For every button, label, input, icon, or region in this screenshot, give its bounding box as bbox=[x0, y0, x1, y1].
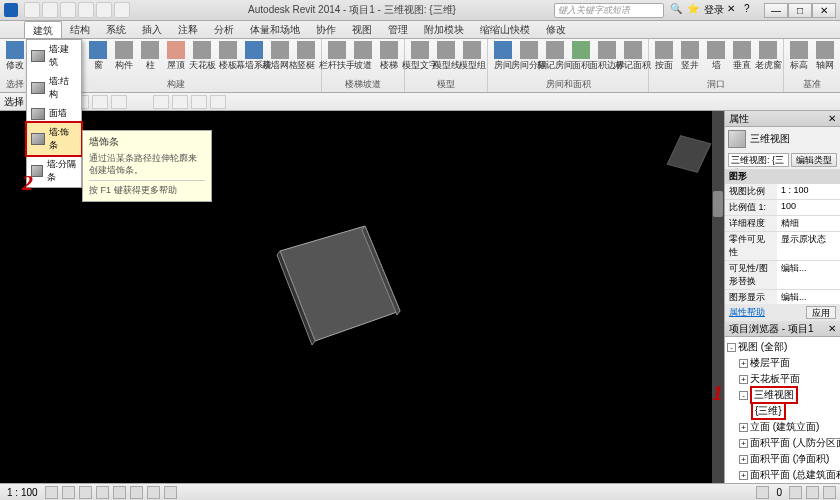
type-selector[interactable]: 三维视图: {三维} bbox=[728, 153, 789, 167]
tab-7[interactable]: 协作 bbox=[308, 21, 344, 38]
view-cube[interactable] bbox=[666, 131, 712, 177]
subscription-icon[interactable]: ⭐ bbox=[687, 3, 701, 17]
tab-12[interactable]: 修改 bbox=[538, 21, 574, 38]
help-search-input[interactable]: 键入关键字或短语 bbox=[554, 3, 664, 18]
tab-1[interactable]: 结构 bbox=[62, 21, 98, 38]
apply-button[interactable]: 应用 bbox=[806, 306, 836, 319]
tab-11[interactable]: 缩缩山快模 bbox=[472, 21, 538, 38]
properties-help-link[interactable]: 属性帮助 bbox=[729, 306, 765, 319]
sb-filter-icon[interactable] bbox=[756, 486, 769, 499]
prop-value[interactable]: 100 bbox=[777, 200, 840, 215]
properties-header[interactable]: 属性 ✕ bbox=[725, 111, 840, 127]
ribbon-btn-轴网[interactable]: 轴网 bbox=[813, 40, 837, 70]
exchange-icon[interactable]: ✕ bbox=[727, 3, 741, 17]
tree-node[interactable]: +面积平面 (净面积) bbox=[727, 451, 838, 467]
tab-5[interactable]: 分析 bbox=[206, 21, 242, 38]
ribbon-btn-幕墙网格[interactable]: 幕墙网格 bbox=[268, 40, 292, 70]
wall-menu-item-3[interactable]: 墙:饰条 bbox=[25, 121, 83, 157]
tab-4[interactable]: 注释 bbox=[170, 21, 206, 38]
prop-row[interactable]: 零件可见性显示原状态 bbox=[725, 232, 840, 261]
tab-10[interactable]: 附加模块 bbox=[416, 21, 472, 38]
wall-menu-item-4[interactable]: 墙:分隔条 bbox=[27, 155, 81, 187]
sb-icon-3[interactable] bbox=[79, 486, 92, 499]
prop-value[interactable]: 精细 bbox=[777, 216, 840, 231]
sb-icon-1[interactable] bbox=[45, 486, 58, 499]
prop-value[interactable]: 1 : 100 bbox=[777, 184, 840, 199]
prop-value[interactable]: 编辑... bbox=[777, 261, 840, 289]
tree-toggle-icon[interactable]: + bbox=[739, 375, 748, 384]
tab-3[interactable]: 插入 bbox=[134, 21, 170, 38]
opt-style-3[interactable] bbox=[191, 95, 207, 109]
qat-print-icon[interactable] bbox=[96, 2, 112, 18]
search-icon[interactable]: 🔍 bbox=[670, 3, 684, 17]
tab-6[interactable]: 体量和场地 bbox=[242, 21, 308, 38]
prop-category[interactable]: 图形 bbox=[725, 169, 840, 184]
qat-save-icon[interactable] bbox=[42, 2, 58, 18]
wall-menu-item-1[interactable]: 墙:结构 bbox=[27, 72, 81, 104]
sb-icon-4[interactable] bbox=[96, 486, 109, 499]
qat-redo-icon[interactable] bbox=[78, 2, 94, 18]
ribbon-btn-窗[interactable]: 窗 bbox=[86, 40, 110, 70]
sb-right-2[interactable] bbox=[806, 486, 819, 499]
tab-2[interactable]: 系统 bbox=[98, 21, 134, 38]
ribbon-btn-竖井[interactable]: 竖井 bbox=[678, 40, 702, 70]
sb-right-1[interactable] bbox=[789, 486, 802, 499]
prop-row[interactable]: 可见性/图形替换编辑... bbox=[725, 261, 840, 290]
prop-row[interactable]: 图形显示选项编辑... bbox=[725, 290, 840, 304]
project-browser-tree[interactable]: -视图 (全部)+楼层平面+天花板平面-三维视图{三维}+立面 (建筑立面)+面… bbox=[725, 337, 840, 483]
ribbon-btn-标高[interactable]: 标高 bbox=[787, 40, 811, 70]
opt-icon-4[interactable] bbox=[92, 95, 108, 109]
browser-close-icon[interactable]: ✕ bbox=[828, 323, 836, 334]
login-link[interactable]: 登录 bbox=[704, 3, 724, 17]
opt-icon-5[interactable] bbox=[111, 95, 127, 109]
tab-8[interactable]: 视图 bbox=[344, 21, 380, 38]
tree-node[interactable]: {三维} bbox=[727, 403, 838, 419]
tab-9[interactable]: 管理 bbox=[380, 21, 416, 38]
qat-undo-icon[interactable] bbox=[60, 2, 76, 18]
tree-node[interactable]: +面积平面 (人防分区面积) bbox=[727, 435, 838, 451]
prop-value[interactable]: 显示原状态 bbox=[777, 232, 840, 260]
prop-row[interactable]: 详细程度精细 bbox=[725, 216, 840, 232]
ribbon-btn-修改[interactable]: 修改 bbox=[3, 40, 27, 70]
ribbon-btn-模型线[interactable]: 模型线 bbox=[434, 40, 458, 70]
tree-node[interactable]: +面积平面 (总建筑面积) bbox=[727, 467, 838, 483]
tree-toggle-icon[interactable]: - bbox=[739, 391, 748, 400]
edit-type-button[interactable]: 编辑类型 bbox=[791, 153, 837, 167]
opt-style-1[interactable] bbox=[153, 95, 169, 109]
ribbon-btn-柱[interactable]: 柱 bbox=[138, 40, 162, 70]
sb-icon-7[interactable] bbox=[147, 486, 160, 499]
properties-close-icon[interactable]: ✕ bbox=[828, 113, 836, 124]
tree-node[interactable]: -三维视图 bbox=[727, 387, 838, 403]
sb-right-3[interactable] bbox=[823, 486, 836, 499]
tree-toggle-icon[interactable]: + bbox=[739, 471, 748, 480]
tree-node[interactable]: +天花板平面 bbox=[727, 371, 838, 387]
ribbon-btn-屋顶[interactable]: 屋顶 bbox=[164, 40, 188, 70]
prop-value[interactable]: 编辑... bbox=[777, 290, 840, 304]
status-scale[interactable]: 1 : 100 bbox=[4, 487, 41, 498]
qat-more-icon[interactable] bbox=[114, 2, 130, 18]
wall-menu-item-0[interactable]: 墙:建筑 bbox=[27, 40, 81, 72]
ribbon-btn-竖梃[interactable]: 竖梃 bbox=[294, 40, 318, 70]
ribbon-btn-栏杆扶手[interactable]: 栏杆扶手 bbox=[325, 40, 349, 70]
tree-node[interactable]: -视图 (全部) bbox=[727, 339, 838, 355]
tree-node[interactable]: +立面 (建筑立面) bbox=[727, 419, 838, 435]
ribbon-btn-模型文字[interactable]: 模型文字 bbox=[408, 40, 432, 70]
app-logo-icon[interactable] bbox=[4, 3, 18, 17]
tree-toggle-icon[interactable]: + bbox=[739, 455, 748, 464]
sb-icon-2[interactable] bbox=[62, 486, 75, 499]
nav-wheel-icon[interactable] bbox=[694, 201, 714, 221]
wall-3d-geometry[interactable] bbox=[270, 221, 410, 351]
ribbon-btn-垂直[interactable]: 垂直 bbox=[730, 40, 754, 70]
prop-row[interactable]: 视图比例1 : 100 bbox=[725, 184, 840, 200]
ribbon-btn-构件[interactable]: 构件 bbox=[112, 40, 136, 70]
opt-style-4[interactable] bbox=[210, 95, 226, 109]
browser-header[interactable]: 项目浏览器 - 项目1 ✕ bbox=[725, 321, 840, 337]
ribbon-btn-坡道[interactable]: 坡道 bbox=[351, 40, 375, 70]
scroll-thumb[interactable] bbox=[713, 191, 723, 217]
ribbon-btn-标记面积[interactable]: 标记面积 bbox=[621, 40, 645, 70]
sb-icon-6[interactable] bbox=[130, 486, 143, 499]
opt-style-2[interactable] bbox=[172, 95, 188, 109]
tree-node[interactable]: +楼层平面 bbox=[727, 355, 838, 371]
ribbon-btn-标记房间[interactable]: 标记房间 bbox=[543, 40, 567, 70]
maximize-button[interactable]: □ bbox=[788, 3, 812, 18]
